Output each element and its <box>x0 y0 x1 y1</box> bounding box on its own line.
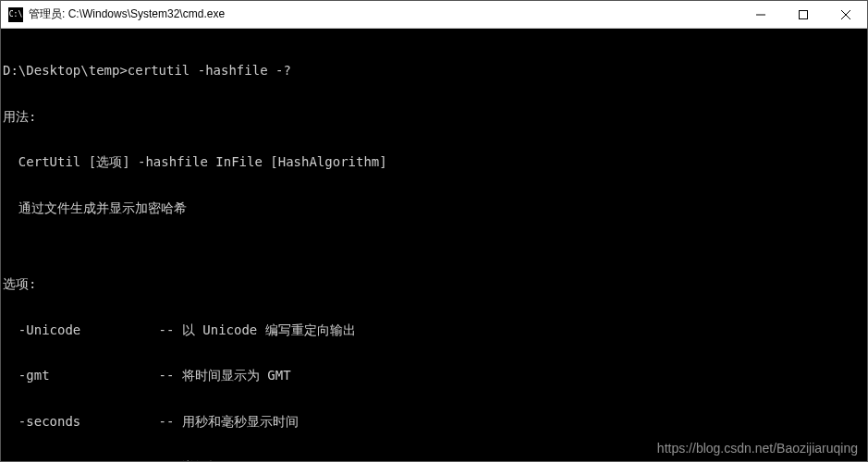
watermark: https://blog.csdn.net/Baozijiaruqing <box>657 441 858 456</box>
output-line: 选项: <box>1 276 867 292</box>
titlebar: C:\ 管理员: C:\Windows\System32\cmd.exe <box>1 1 867 29</box>
maximize-button[interactable] <box>782 1 825 28</box>
window-controls <box>740 1 867 28</box>
output-line: CertUtil [选项] -hashfile InFile [HashAlgo… <box>1 154 867 170</box>
output-line: 用法: <box>1 109 867 125</box>
output-line: -gmt -- 将时间显示为 GMT <box>1 368 867 383</box>
cmd-window: C:\ 管理员: C:\Windows\System32\cmd.exe D:\… <box>0 0 868 462</box>
cmd-icon: C:\ <box>8 7 23 22</box>
svg-rect-1 <box>800 10 808 18</box>
output-line: -Unicode -- 以 Unicode 编写重定向输出 <box>1 322 867 338</box>
output-line: 通过文件生成并显示加密哈希 <box>1 201 867 216</box>
prompt-line: D:\Desktop\temp>certutil -hashfile -? <box>1 63 867 79</box>
minimize-button[interactable] <box>740 1 782 28</box>
window-title: 管理员: C:\Windows\System32\cmd.exe <box>29 6 740 22</box>
close-button[interactable] <box>825 1 867 28</box>
terminal-area[interactable]: D:\Desktop\temp>certutil -hashfile -? 用法… <box>1 29 867 461</box>
output-line: -seconds -- 用秒和毫秒显示时间 <box>1 414 867 430</box>
output-line: -v -- 详细操作 <box>1 459 867 461</box>
